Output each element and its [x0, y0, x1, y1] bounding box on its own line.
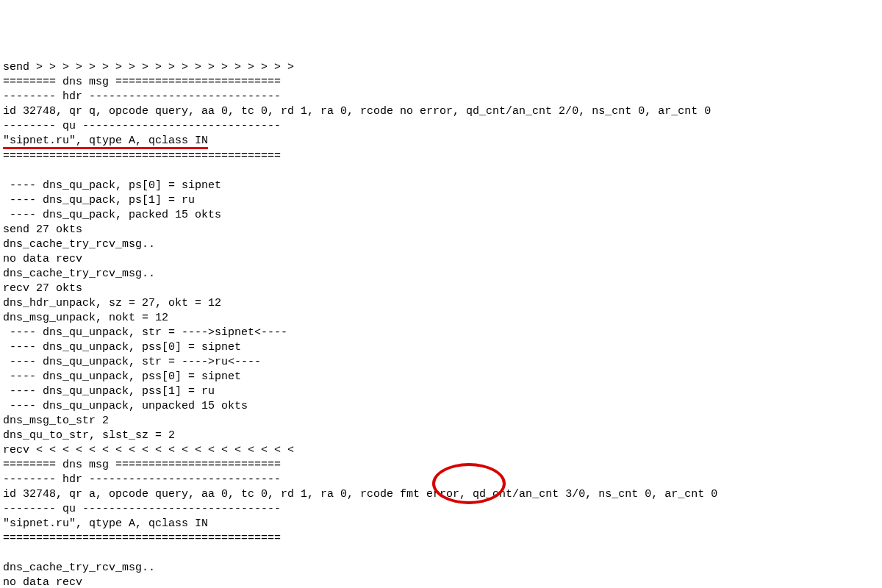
log-line: ========================================…	[3, 532, 281, 545]
log-line: no data recv	[3, 576, 82, 588]
log-line: recv 27 okts	[3, 282, 82, 295]
log-line: ---- dns_qu_unpack, str = ---->sipnet<--…	[3, 326, 287, 339]
query-line-highlighted: "sipnet.ru", qtype A, qclass IN	[3, 135, 208, 149]
log-line: "sipnet.ru", qtype A, qclass IN	[3, 517, 208, 530]
log-line: id 32748, qr q, opcode query, aa 0, tc 0…	[3, 105, 711, 118]
log-line: ---- dns_qu_unpack, unpacked 15 okts	[3, 400, 248, 412]
log-line: recv < < < < < < < < < < < < < < < < < <…	[3, 444, 294, 456]
log-line: ========================================…	[3, 150, 281, 162]
log-line: -------- qu ----------------------------…	[3, 120, 281, 132]
log-line: -------- hdr ---------------------------…	[3, 90, 281, 103]
log-line: ---- dns_qu_pack, packed 15 okts	[3, 209, 221, 221]
log-line: dns_qu_to_str, slst_sz = 2	[3, 429, 175, 442]
log-line: dns_msg_to_str 2	[3, 415, 109, 427]
log-line: ======== dns msg =======================…	[3, 76, 281, 88]
log-line: ---- dns_qu_unpack, pss[0] = sipnet	[3, 341, 241, 354]
log-line: send 27 okts	[3, 223, 82, 236]
log-line: send > > > > > > > > > > > > > > > > > >…	[3, 61, 294, 74]
log-line: no data recv	[3, 253, 82, 265]
terminal-output: send > > > > > > > > > > > > > > > > > >…	[3, 60, 879, 588]
log-line: dns_msg_unpack, nokt = 12	[3, 312, 168, 324]
log-line: dns_cache_try_rcv_msg..	[3, 268, 155, 280]
log-line: , qd_cnt/an_cnt 3/0, ns_cnt 0, ar_cnt 0	[459, 488, 717, 501]
log-line: ---- dns_qu_unpack, str = ---->ru<----	[3, 356, 261, 368]
log-line: ======== dns msg =======================…	[3, 459, 281, 471]
log-line: dns_hdr_unpack, sz = 27, okt = 12	[3, 297, 221, 309]
log-line: ---- dns_qu_pack, ps[0] = sipnet	[3, 179, 221, 192]
log-line: -------- hdr ---------------------------…	[3, 473, 281, 486]
log-line: id 32748, qr a, opcode query, aa 0, tc 0…	[3, 488, 400, 501]
log-line: ---- dns_qu_unpack, pss[1] = ru	[3, 385, 215, 398]
log-line: dns_cache_try_rcv_msg..	[3, 238, 155, 251]
log-line: dns_cache_try_rcv_msg..	[3, 562, 155, 574]
log-line: ---- dns_qu_pack, ps[1] = ru	[3, 194, 195, 207]
log-line: ---- dns_qu_unpack, pss[0] = sipnet	[3, 370, 241, 383]
log-line: -------- qu ----------------------------…	[3, 503, 281, 515]
rcode-error-text: fmt error	[400, 488, 459, 501]
